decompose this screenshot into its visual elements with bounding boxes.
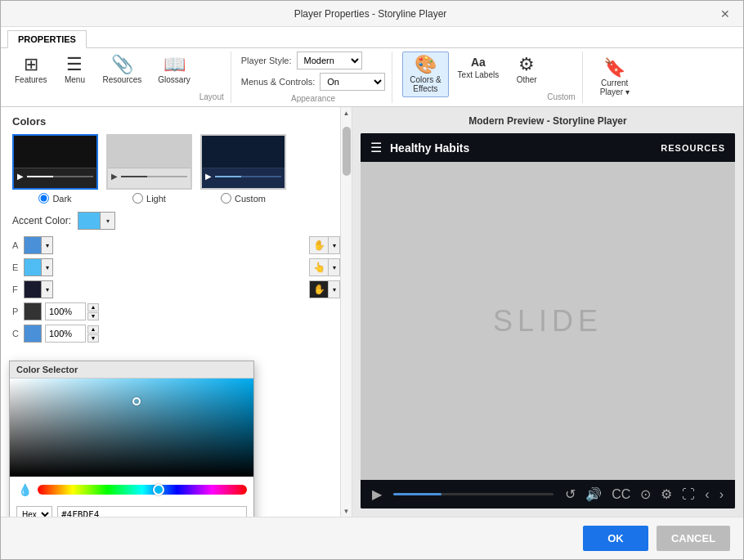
- scroll-up-arrow[interactable]: ▲: [341, 107, 352, 119]
- replay-button[interactable]: ↺: [563, 485, 577, 504]
- ok-button[interactable]: OK: [583, 526, 648, 551]
- colors-effects-button[interactable]: 🎨 Colors &Effects: [402, 52, 448, 97]
- ribbon: PROPERTIES ⊞ Features ☰ Menu 📎 Resources…: [1, 27, 743, 107]
- player-properties-window: Player Properties - Storyline Player ✕ P…: [0, 0, 744, 560]
- properties-tab[interactable]: PROPERTIES: [7, 30, 87, 48]
- right-icons-b: 👆 ▾: [309, 258, 340, 276]
- volume-button[interactable]: 🔊: [584, 485, 603, 504]
- icon-btn-2: 👆 ▾: [309, 258, 340, 276]
- next-slide-button[interactable]: ⊙: [639, 485, 652, 504]
- swatch-c2: [24, 325, 42, 343]
- scroll-thumb[interactable]: [343, 127, 351, 176]
- swatch-a: ▾: [24, 236, 53, 254]
- resources-button[interactable]: 📎 Resources: [95, 52, 149, 88]
- opacity-control-1: ▲ ▼: [45, 302, 99, 320]
- option-row-b: E ▾ 👆 ▾: [12, 258, 340, 276]
- menus-select[interactable]: On: [320, 73, 385, 91]
- option-label-p: P: [12, 307, 20, 316]
- spin-down-2[interactable]: ▼: [87, 334, 99, 343]
- swatch-color-c2[interactable]: [24, 325, 42, 343]
- cc-button[interactable]: CC: [610, 486, 632, 504]
- option-label-c: F: [12, 284, 20, 294]
- current-player-icon: 🔖: [603, 59, 625, 77]
- custom-thumbnail[interactable]: ▶: [200, 134, 286, 190]
- swatch-color-b[interactable]: [24, 258, 42, 276]
- preview-controls: ▶ ↺ 🔊 CC ⊙ ⚙ ⛶ ‹ ›: [361, 480, 735, 508]
- swatch-color-p[interactable]: [24, 302, 42, 320]
- layout-group-label: Layout: [199, 92, 224, 103]
- next-button[interactable]: ›: [718, 486, 725, 504]
- hand-icon-btn[interactable]: ✋: [309, 236, 329, 254]
- accent-color-swatch[interactable]: [78, 212, 101, 230]
- preview-resources-label[interactable]: RESOURCES: [661, 143, 725, 153]
- features-icon: ⊞: [24, 56, 38, 74]
- other-label: Other: [517, 75, 537, 84]
- window-title: Player Properties - Storyline Player: [25, 8, 715, 20]
- prev-button[interactable]: ‹: [703, 486, 710, 504]
- settings-button[interactable]: ⚙: [659, 485, 674, 504]
- ribbon-tabs: PROPERTIES: [1, 27, 743, 48]
- preview-slide-area: SLIDE: [361, 162, 735, 480]
- swatch-b: ▾: [24, 258, 53, 276]
- panel-scroll: Colors ▶ Dark: [1, 107, 352, 517]
- menus-label: Menus & Controls:: [241, 77, 315, 87]
- features-button[interactable]: ⊞ Features: [7, 52, 54, 88]
- hex-format-select[interactable]: Hex: [16, 506, 52, 517]
- features-label: Features: [15, 75, 47, 84]
- swatch-arrow-a[interactable]: ▾: [42, 236, 53, 254]
- glossary-button[interactable]: 📖 Glossary: [150, 52, 197, 88]
- appearance-group: Player Style: Modern Menus & Controls: O…: [235, 52, 392, 103]
- custom-radio[interactable]: [221, 193, 231, 204]
- cancel-button[interactable]: CANCEL: [657, 526, 730, 551]
- current-player-button[interactable]: 🔖 CurrentPlayer ▾: [593, 55, 637, 101]
- text-labels-button[interactable]: Aa Text Labels: [450, 52, 507, 83]
- light-progress-fill: [121, 176, 147, 177]
- accent-dropdown-arrow[interactable]: ▾: [101, 212, 115, 230]
- accent-row: Accent Color: ▾: [12, 212, 340, 230]
- preview-progress-bar[interactable]: [393, 493, 554, 495]
- spin-down-1[interactable]: ▼: [87, 312, 99, 320]
- eyedropper-button[interactable]: 💧: [16, 482, 33, 498]
- hue-slider[interactable]: [38, 485, 247, 495]
- swatch-color-c[interactable]: [24, 280, 42, 298]
- scroll-down-arrow[interactable]: ▼: [341, 505, 352, 517]
- close-button[interactable]: ✕: [715, 6, 735, 22]
- fullscreen-button[interactable]: ⛶: [680, 486, 697, 504]
- left-panel: Colors ▶ Dark: [1, 107, 352, 517]
- swatch-arrow-b[interactable]: ▾: [42, 258, 53, 276]
- menu-button[interactable]: ☰ Menu: [56, 52, 93, 88]
- hand-icon-btn-2[interactable]: 👆: [309, 258, 329, 276]
- swatch-p: [24, 302, 42, 320]
- dark-radio[interactable]: [38, 193, 49, 204]
- preview-header: ☰ Healthy Habits RESOURCES: [361, 133, 735, 162]
- resources-label: Resources: [102, 75, 141, 84]
- hand-icon-btn-3[interactable]: ✋: [309, 280, 329, 298]
- opacity-input-2[interactable]: [45, 325, 86, 343]
- spin-up-2[interactable]: ▲: [87, 325, 99, 334]
- player-style-select[interactable]: Modern: [297, 52, 362, 69]
- preview-header-left: ☰ Healthy Habits: [370, 140, 469, 155]
- hand-dropdown-arrow[interactable]: ▾: [329, 236, 340, 254]
- hand-dropdown-3[interactable]: ▾: [329, 280, 340, 298]
- hex-input[interactable]: [57, 506, 247, 517]
- dark-thumbnail[interactable]: ▶: [12, 134, 98, 190]
- spin-up-1[interactable]: ▲: [87, 303, 99, 311]
- color-selector-popup: Color Selector 💧: [9, 361, 254, 517]
- opacity-input-1[interactable]: [45, 302, 86, 320]
- option-row-c: F ▾ ✋ ▾: [12, 280, 340, 298]
- color-gradient-area[interactable]: [10, 379, 253, 477]
- scrollbar: ▲ ▼: [340, 107, 352, 517]
- swatch-color-a[interactable]: [24, 236, 42, 254]
- light-thumbnail[interactable]: ▶: [106, 134, 192, 190]
- right-icons-c: ✋ ▾: [309, 280, 340, 298]
- dark-thumb-bottom: ▶: [14, 168, 96, 184]
- play-button[interactable]: ▶: [370, 485, 383, 504]
- swatch-arrow-c[interactable]: ▾: [42, 280, 53, 298]
- light-radio[interactable]: [132, 193, 143, 204]
- other-button[interactable]: ⚙ Other: [508, 52, 545, 88]
- custom-thumb-top: [202, 136, 285, 168]
- hand-dropdown-2[interactable]: ▾: [329, 258, 340, 276]
- gradient-dark-overlay: [10, 379, 253, 477]
- option-label-b: E: [12, 262, 20, 272]
- hamburger-icon[interactable]: ☰: [370, 140, 382, 155]
